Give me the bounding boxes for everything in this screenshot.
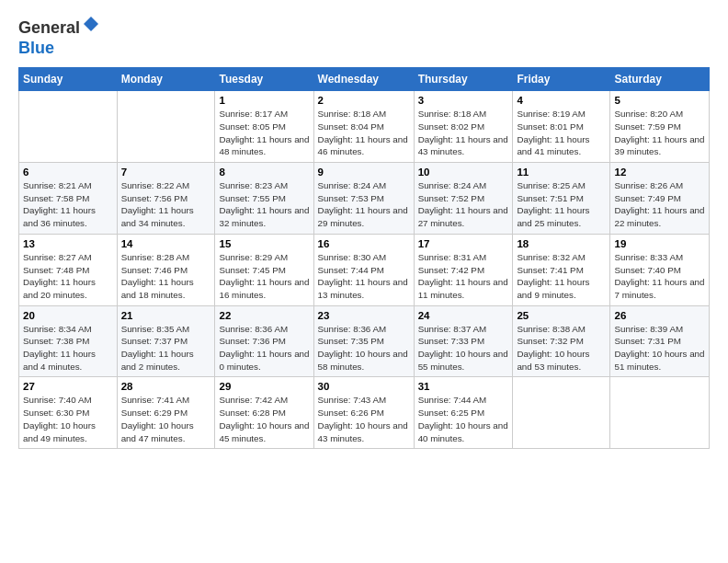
day-number: 17 [418,238,509,249]
calendar-cell: 24Sunrise: 8:37 AM Sunset: 7:33 PM Dayli… [414,305,513,377]
calendar-cell: 30Sunrise: 7:43 AM Sunset: 6:26 PM Dayli… [313,377,414,449]
day-detail: Sunrise: 8:22 AM Sunset: 7:56 PM Dayligh… [121,179,211,230]
calendar-table: SundayMondayTuesdayWednesdayThursdayFrid… [18,67,710,449]
day-detail: Sunrise: 8:31 AM Sunset: 7:42 PM Dayligh… [418,251,509,302]
day-number: 8 [219,167,309,178]
calendar-cell: 9Sunrise: 8:24 AM Sunset: 7:53 PM Daylig… [313,163,414,235]
day-detail: Sunrise: 8:18 AM Sunset: 8:04 PM Dayligh… [318,108,410,158]
day-number: 28 [121,381,211,392]
day-number: 18 [517,238,606,249]
day-number: 4 [517,95,606,106]
weekday-tuesday: Tuesday [215,68,313,91]
calendar-cell: 29Sunrise: 7:42 AM Sunset: 6:28 PM Dayli… [215,377,313,449]
day-number: 23 [318,310,410,321]
day-number: 19 [614,238,705,249]
calendar-cell: 1Sunrise: 8:17 AM Sunset: 8:05 PM Daylig… [215,91,313,163]
day-detail: Sunrise: 8:32 AM Sunset: 7:41 PM Dayligh… [517,251,606,302]
day-detail: Sunrise: 8:35 AM Sunset: 7:37 PM Dayligh… [121,323,211,373]
calendar-cell: 23Sunrise: 8:36 AM Sunset: 7:35 PM Dayli… [313,305,414,377]
day-detail: Sunrise: 7:43 AM Sunset: 6:26 PM Dayligh… [318,394,410,444]
day-number: 14 [121,238,211,249]
day-detail: Sunrise: 8:29 AM Sunset: 7:45 PM Dayligh… [219,251,309,302]
calendar-cell: 12Sunrise: 8:26 AM Sunset: 7:49 PM Dayli… [610,163,710,235]
day-detail: Sunrise: 8:30 AM Sunset: 7:44 PM Dayligh… [318,251,410,302]
week-row-2: 6Sunrise: 8:21 AM Sunset: 7:58 PM Daylig… [19,163,710,235]
calendar-cell: 17Sunrise: 8:31 AM Sunset: 7:42 PM Dayli… [414,234,513,305]
week-row-4: 20Sunrise: 8:34 AM Sunset: 7:38 PM Dayli… [19,305,710,377]
calendar-cell: 10Sunrise: 8:24 AM Sunset: 7:52 PM Dayli… [414,163,513,235]
calendar-cell: 27Sunrise: 7:40 AM Sunset: 6:30 PM Dayli… [19,377,118,449]
day-detail: Sunrise: 8:18 AM Sunset: 8:02 PM Dayligh… [418,108,509,158]
day-detail: Sunrise: 8:34 AM Sunset: 7:38 PM Dayligh… [23,323,113,373]
calendar-cell: 3Sunrise: 8:18 AM Sunset: 8:02 PM Daylig… [414,91,513,163]
day-number: 15 [219,238,309,249]
day-detail: Sunrise: 7:41 AM Sunset: 6:29 PM Dayligh… [121,394,211,444]
day-detail: Sunrise: 8:24 AM Sunset: 7:53 PM Dayligh… [318,179,410,230]
logo-icon [82,15,100,33]
calendar-cell: 31Sunrise: 7:44 AM Sunset: 6:25 PM Dayli… [414,377,513,449]
day-number: 7 [121,167,211,178]
day-detail: Sunrise: 8:25 AM Sunset: 7:51 PM Dayligh… [517,179,606,230]
calendar-cell: 5Sunrise: 8:20 AM Sunset: 7:59 PM Daylig… [610,91,710,163]
calendar-cell: 8Sunrise: 8:23 AM Sunset: 7:55 PM Daylig… [215,163,313,235]
calendar-cell: 20Sunrise: 8:34 AM Sunset: 7:38 PM Dayli… [19,305,118,377]
day-detail: Sunrise: 8:23 AM Sunset: 7:55 PM Dayligh… [219,179,309,230]
day-detail: Sunrise: 8:21 AM Sunset: 7:58 PM Dayligh… [23,179,113,230]
day-number: 31 [418,381,509,392]
day-number: 29 [219,381,309,392]
day-number: 12 [614,167,705,178]
calendar-cell: 15Sunrise: 8:29 AM Sunset: 7:45 PM Dayli… [215,234,313,305]
day-number: 11 [517,167,606,178]
calendar-cell: 2Sunrise: 8:18 AM Sunset: 8:04 PM Daylig… [313,91,414,163]
weekday-saturday: Saturday [610,68,710,91]
calendar-cell [117,91,215,163]
day-detail: Sunrise: 8:28 AM Sunset: 7:46 PM Dayligh… [121,251,211,302]
day-detail: Sunrise: 8:39 AM Sunset: 7:31 PM Dayligh… [614,323,705,373]
calendar-cell: 11Sunrise: 8:25 AM Sunset: 7:51 PM Dayli… [513,163,610,235]
logo-general: General [18,18,80,37]
calendar-cell: 21Sunrise: 8:35 AM Sunset: 7:37 PM Dayli… [117,305,215,377]
day-number: 24 [418,310,509,321]
day-detail: Sunrise: 8:26 AM Sunset: 7:49 PM Dayligh… [614,179,705,230]
calendar-cell: 18Sunrise: 8:32 AM Sunset: 7:41 PM Dayli… [513,234,610,305]
weekday-thursday: Thursday [414,68,513,91]
day-detail: Sunrise: 8:24 AM Sunset: 7:52 PM Dayligh… [418,179,509,230]
calendar-cell: 4Sunrise: 8:19 AM Sunset: 8:01 PM Daylig… [513,91,610,163]
day-number: 9 [318,167,410,178]
day-detail: Sunrise: 8:36 AM Sunset: 7:36 PM Dayligh… [219,323,309,373]
header: General Blue [18,15,710,58]
day-number: 5 [614,95,705,106]
day-detail: Sunrise: 8:36 AM Sunset: 7:35 PM Dayligh… [318,323,410,373]
day-detail: Sunrise: 7:44 AM Sunset: 6:25 PM Dayligh… [418,394,509,444]
calendar-cell: 26Sunrise: 8:39 AM Sunset: 7:31 PM Dayli… [610,305,710,377]
weekday-sunday: Sunday [19,68,118,91]
day-number: 10 [418,167,509,178]
day-detail: Sunrise: 8:17 AM Sunset: 8:05 PM Dayligh… [219,108,309,158]
day-number: 27 [23,381,113,392]
weekday-wednesday: Wednesday [313,68,414,91]
calendar-cell: 25Sunrise: 8:38 AM Sunset: 7:32 PM Dayli… [513,305,610,377]
calendar-cell: 6Sunrise: 8:21 AM Sunset: 7:58 PM Daylig… [19,163,118,235]
calendar-cell: 13Sunrise: 8:27 AM Sunset: 7:48 PM Dayli… [19,234,118,305]
calendar-cell [610,377,710,449]
calendar-cell: 28Sunrise: 7:41 AM Sunset: 6:29 PM Dayli… [117,377,215,449]
day-detail: Sunrise: 7:42 AM Sunset: 6:28 PM Dayligh… [219,394,309,444]
calendar-cell [513,377,610,449]
day-number: 25 [517,310,606,321]
day-detail: Sunrise: 8:27 AM Sunset: 7:48 PM Dayligh… [23,251,113,302]
day-number: 26 [614,310,705,321]
day-number: 22 [219,310,309,321]
calendar-cell [19,91,118,163]
calendar-cell: 14Sunrise: 8:28 AM Sunset: 7:46 PM Dayli… [117,234,215,305]
day-detail: Sunrise: 8:33 AM Sunset: 7:40 PM Dayligh… [614,251,705,302]
calendar-container: General Blue SundayMondayTuesdayWednesda… [0,0,728,458]
day-number: 30 [318,381,410,392]
day-detail: Sunrise: 8:37 AM Sunset: 7:33 PM Dayligh… [418,323,509,373]
weekday-friday: Friday [513,68,610,91]
week-row-3: 13Sunrise: 8:27 AM Sunset: 7:48 PM Dayli… [19,234,710,305]
logo: General Blue [18,15,100,58]
day-detail: Sunrise: 8:19 AM Sunset: 8:01 PM Dayligh… [517,108,606,158]
day-number: 21 [121,310,211,321]
calendar-cell: 19Sunrise: 8:33 AM Sunset: 7:40 PM Dayli… [610,234,710,305]
day-number: 2 [318,95,410,106]
